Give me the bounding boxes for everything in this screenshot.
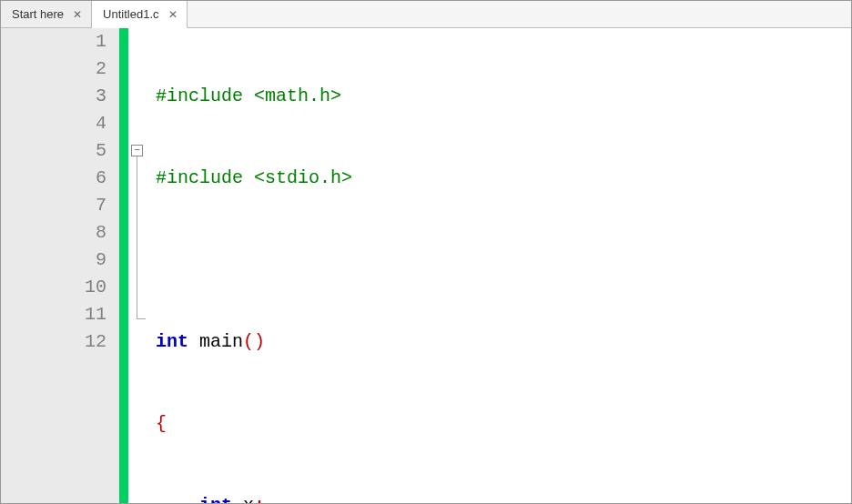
fold-guide	[137, 156, 137, 318]
preproc-include: #include	[156, 86, 243, 106]
code-line[interactable]: #include <stdio.h>	[156, 165, 851, 192]
line-number: 12	[1, 328, 106, 356]
line-number: 3	[1, 83, 106, 110]
code-line[interactable]: #include <math.h>	[156, 83, 851, 110]
line-number: 9	[1, 247, 106, 274]
kw-int: int	[156, 331, 188, 352]
line-number: 6	[1, 165, 106, 192]
tab-start-here[interactable]: Start here ✕	[1, 1, 92, 27]
preproc-include: #include	[156, 167, 243, 188]
brace: {	[156, 413, 167, 434]
code-line[interactable]	[156, 247, 851, 274]
code-editor[interactable]: 123456789101112 − #include <math.h> #inc…	[1, 28, 851, 503]
code-line[interactable]: {	[156, 410, 851, 438]
line-number: 1	[1, 28, 106, 55]
line-number: 2	[1, 55, 106, 83]
ident-x: x	[243, 495, 254, 504]
line-number: 10	[1, 274, 106, 301]
close-icon[interactable]: ✕	[71, 8, 84, 21]
tab-untitled1[interactable]: Untitled1.c ✕	[92, 1, 187, 28]
line-number-gutter: 123456789101112	[1, 28, 119, 503]
code-line[interactable]: int x;	[156, 492, 851, 504]
header-stdio: <stdio.h>	[254, 167, 352, 188]
fold-column: −	[128, 28, 148, 503]
paren: )	[254, 331, 265, 352]
tab-bar: Start here ✕ Untitled1.c ✕	[1, 1, 851, 28]
kw-int: int	[199, 495, 232, 504]
tab-label: Untitled1.c	[103, 7, 158, 21]
close-icon[interactable]: ✕	[167, 8, 179, 21]
fold-end	[137, 318, 146, 319]
fold-toggle-icon[interactable]: −	[131, 145, 143, 156]
header-math: <math.h>	[254, 86, 341, 106]
tab-label: Start here	[12, 7, 64, 21]
semi: ;	[254, 495, 265, 504]
line-number: 11	[1, 301, 106, 328]
line-number: 4	[1, 110, 106, 137]
line-number: 8	[1, 219, 106, 247]
paren: (	[243, 331, 254, 352]
code-area[interactable]: #include <math.h> #include <stdio.h> int…	[148, 28, 851, 503]
code-line[interactable]: int main()	[156, 328, 851, 356]
line-number: 7	[1, 192, 106, 219]
change-marker	[119, 28, 128, 503]
fn-main: main	[199, 331, 243, 352]
line-number: 5	[1, 137, 106, 165]
